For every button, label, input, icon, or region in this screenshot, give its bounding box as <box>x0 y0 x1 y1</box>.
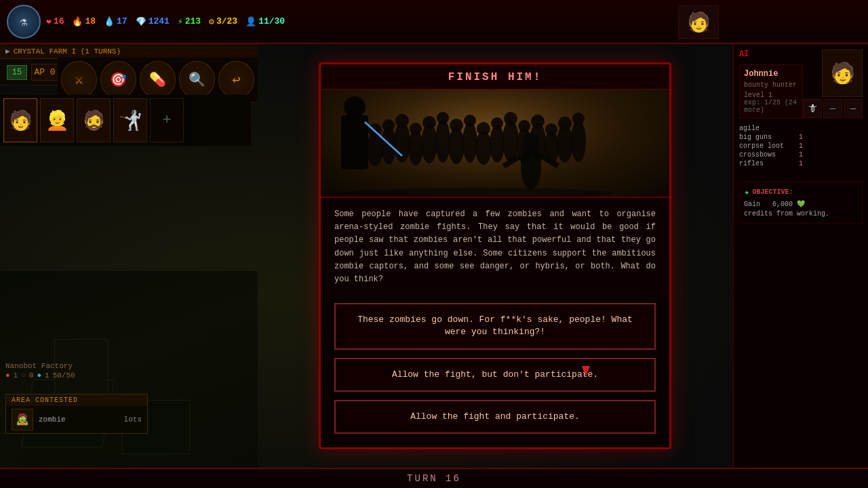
svg-point-34 <box>344 96 366 118</box>
weapon-slot-2[interactable]: — <box>823 99 842 118</box>
skill-agile: agile <box>739 124 803 133</box>
hp-value: 15 <box>7 65 27 80</box>
objective-text: Gain 6,000 💚credits from working. <box>744 200 858 219</box>
dialog-box: FINISH HIM! <box>319 62 671 449</box>
factory-capacity: 50/50 <box>53 371 75 380</box>
character-info: Johnnie bounty hunter level 1 exp: 1/25 … <box>739 64 803 119</box>
svg-point-5 <box>421 124 437 163</box>
svg-point-24 <box>464 115 476 127</box>
skill-rifles: rifles 1 <box>739 159 803 168</box>
credits-icon: 💎 <box>136 16 146 27</box>
credits-stat: 💎 1241 <box>136 16 170 27</box>
svg-point-25 <box>477 122 490 136</box>
choice-button-3[interactable]: Allow the fight and participate. <box>334 400 656 434</box>
contested-header: AREA CONTESTED <box>6 394 147 406</box>
choice-button-2[interactable]: Allow the fight, but don't participate. <box>334 358 656 392</box>
objective-icon: ✦ <box>744 186 749 198</box>
dialog-choices: These zombies go down. For f**k's sake, … <box>321 296 669 447</box>
svg-point-18 <box>382 119 395 131</box>
energy-icon: ⚡ <box>178 16 183 27</box>
ai-label: AI <box>739 49 803 59</box>
scene-svg <box>321 89 633 197</box>
top-hud: ⚗ ❤ 16 🔥 18 💧 17 💎 1241 ⚡ 213 ⚙ 3/23 👤 <box>0 0 868 44</box>
objective-label: OBJECTIVE: <box>752 188 793 196</box>
dialog-overlay: FINISH HIM! <box>258 44 732 468</box>
top-right-portrait: 🧑 <box>678 5 719 39</box>
gear-stat: ⚙ 3/23 <box>209 16 237 27</box>
svg-point-28 <box>518 120 530 132</box>
skills-list: agile big guns 1 corpse loot 1 crossbows… <box>739 124 803 168</box>
shoot-button[interactable]: 🎯 <box>100 61 136 98</box>
gear-icon: ⚙ <box>209 16 214 27</box>
svg-point-26 <box>491 117 503 129</box>
portrait-3[interactable]: 🧔 <box>77 98 111 142</box>
svg-point-27 <box>504 112 517 125</box>
wait-button[interactable]: ↩ <box>218 61 254 98</box>
svg-point-22 <box>437 112 449 124</box>
portrait-1[interactable]: 🧑 <box>3 98 37 142</box>
water-stat: 💧 17 <box>104 16 127 27</box>
water-icon: 💧 <box>104 16 115 27</box>
bottom-bar: TURN 16 <box>0 468 868 488</box>
portrait-2[interactable]: 👱 <box>40 98 74 142</box>
fire-stat: 🔥 18 <box>72 16 96 27</box>
svg-point-4 <box>408 130 423 165</box>
contested-panel: AREA CONTESTED 🧟 zombie lots <box>5 394 148 434</box>
svg-point-31 <box>558 117 572 130</box>
svg-point-32 <box>572 113 585 125</box>
turn-text: TURN 16 <box>407 473 461 484</box>
ap-value: AP 0 <box>31 64 58 81</box>
svg-point-7 <box>448 127 465 164</box>
weapon-slot-1[interactable]: 🗡 <box>803 99 822 118</box>
character-portraits: 🧑 👱 🧔 🤺 + <box>0 95 251 146</box>
faction-bar: ▶ CRYSTAL FARM I (1 TURNS) <box>0 44 258 59</box>
attack-button[interactable]: ⚔ <box>61 61 97 98</box>
weapon-slot-3[interactable]: — <box>844 99 863 118</box>
factory-label: Nanobot Factory ● 1 ○ 0 ● 1 50/50 <box>5 362 75 380</box>
search-button[interactable]: 🔍 <box>179 61 215 98</box>
skill-big-guns: big guns 1 <box>739 133 803 142</box>
svg-point-38 <box>523 133 539 149</box>
objective-box: ✦ OBJECTIVE: Gain 6,000 💚credits from wo… <box>739 182 863 224</box>
svg-point-9 <box>475 131 492 165</box>
svg-point-8 <box>462 122 477 163</box>
svg-rect-33 <box>341 115 368 169</box>
svg-point-16 <box>571 120 586 162</box>
skill-corpse-loot: corpse loot 1 <box>739 142 803 150</box>
population-stat: 👤 11/30 <box>245 16 285 27</box>
svg-point-30 <box>545 123 557 136</box>
svg-point-10 <box>490 125 505 163</box>
game-logo: ⚗ <box>7 5 41 39</box>
health-stat: ❤ 16 <box>46 16 64 27</box>
population-icon: 👤 <box>245 16 256 27</box>
svg-point-15 <box>557 125 573 163</box>
factory-red-dot: ● <box>5 371 10 380</box>
factory-stat-1: 1 <box>14 371 18 380</box>
contested-avatar: 🧟 <box>12 409 33 430</box>
svg-point-6 <box>435 119 450 163</box>
factory-stats: ● 1 ○ 0 ● 1 50/50 <box>5 371 75 380</box>
factory-empty-dot: ○ <box>21 371 26 380</box>
weapon-buttons: 🗡 — — <box>803 99 863 118</box>
city-area <box>0 271 258 488</box>
char-exp: exp: 1/25 (24 more) <box>744 99 798 114</box>
portrait-add[interactable]: + <box>150 98 184 142</box>
faction-icon: ▶ <box>5 47 10 56</box>
energy-stat: ⚡ 213 <box>178 16 201 27</box>
heal-button[interactable]: 💊 <box>140 61 176 98</box>
dialog-body: Some people have captured a few zombies … <box>321 198 669 296</box>
char-portrait-right: 🧑 <box>822 49 863 97</box>
svg-point-23 <box>450 119 463 132</box>
svg-point-20 <box>410 123 422 135</box>
svg-point-3 <box>394 122 410 163</box>
choice-button-1[interactable]: These zombies go down. For f**k's sake, … <box>334 303 656 349</box>
skill-crossbows: crossbows 1 <box>739 150 803 159</box>
svg-point-37 <box>521 142 541 190</box>
portrait-4[interactable]: 🤺 <box>113 98 147 142</box>
hud-stats: ❤ 16 🔥 18 💧 17 💎 1241 ⚡ 213 ⚙ 3/23 👤 11/… <box>46 16 861 27</box>
svg-point-2 <box>381 127 396 165</box>
factory-blue-dot: ● <box>37 371 41 380</box>
factory-stat-3: 1 <box>45 371 50 380</box>
health-icon: ❤ <box>46 16 52 27</box>
fire-icon: 🔥 <box>72 16 83 27</box>
